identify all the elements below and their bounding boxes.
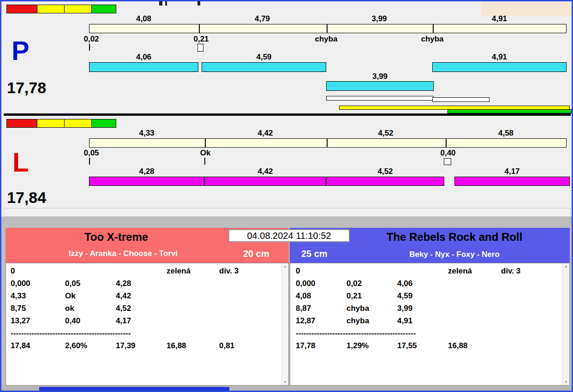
run-p-total-time: 17,78: [7, 79, 46, 97]
p-green-bar: [448, 109, 572, 113]
p-event-label: 0,02: [78, 35, 105, 44]
bottom-progress-bar: [39, 387, 229, 391]
p-time-bar: [202, 62, 326, 72]
tick-mark: [204, 158, 205, 165]
scrollbar[interactable]: ▲ ▼: [281, 263, 288, 385]
total-cell: 1,29%: [346, 341, 369, 350]
split-divider: [327, 24, 328, 33]
p-time-bar: [432, 62, 567, 72]
top-edge-mark: [159, 1, 162, 6]
result-cell: 4,08: [296, 291, 311, 301]
result-cell: 0,02: [346, 279, 362, 288]
indicator-yellow-segment: [65, 5, 92, 13]
result-cell: 4,59: [397, 291, 412, 301]
p-event-label: 0,21: [187, 35, 215, 44]
team-left-members: Izzy - Aranka - Choose - Torvi: [6, 249, 241, 258]
indicator-green-segment: [92, 5, 116, 13]
indicator-red-segment: [7, 5, 37, 13]
indicator-green-segment: [92, 119, 116, 127]
division-label: div. 3: [501, 267, 520, 276]
l-segment-time: 4,52: [326, 129, 445, 138]
l-event-label: 0,05: [78, 148, 105, 158]
result-cell: 12,87: [296, 316, 316, 326]
status-indicator-p: [6, 5, 116, 13]
indicator-yellow-segment: [65, 119, 92, 127]
scroll-down-icon[interactable]: ▼: [283, 380, 287, 384]
division-label: div. 3: [219, 267, 239, 276]
team-left-name: Too X-treme: [6, 231, 227, 244]
split-divider: [327, 139, 328, 147]
p-split-bar: [89, 24, 567, 33]
section-divider: [4, 113, 571, 116]
result-cell: ok: [65, 304, 74, 313]
scroll-up-icon[interactable]: ▲: [564, 264, 568, 268]
result-cell: 4,06: [397, 279, 412, 288]
l-bar-time: 4,42: [204, 167, 326, 176]
indicator-yellow-segment: [37, 5, 65, 13]
total-cell: 17,84: [11, 341, 30, 350]
marker-box: [444, 158, 451, 165]
result-cell: 4,91: [397, 316, 412, 326]
team-right-height: 25 cm: [301, 249, 328, 259]
separator-line: ----------------------------------------…: [11, 329, 131, 338]
timestamp-display: 04.08.2024 11:10:52: [228, 229, 350, 242]
p-outline-bar: [326, 96, 434, 101]
result-cell: 4,17: [116, 316, 131, 326]
p-event-label: chyba: [309, 35, 343, 44]
p-segment-time: 4,08: [89, 14, 198, 24]
total-cell: 16,88: [448, 341, 468, 350]
p-segment-time: 3,99: [326, 14, 432, 24]
run-p-letter: P: [12, 37, 30, 64]
p-segment-time: 4,91: [432, 14, 567, 24]
l-split-bar: [89, 138, 567, 148]
team-right-name: The Rebels Rock and Roll: [341, 231, 567, 244]
total-cell: 17,78: [296, 341, 316, 350]
category-label: zelená: [167, 267, 191, 276]
scroll-up-icon[interactable]: ▲: [283, 264, 287, 268]
l-segment-time: 4,42: [204, 129, 326, 138]
split-divider: [446, 139, 447, 147]
result-cell: chyba: [346, 304, 369, 313]
result-cell: 8,87: [296, 304, 311, 313]
result-cell: 0,000: [11, 279, 30, 288]
l-event-label: 0,40: [434, 148, 462, 158]
status-indicator-l: [6, 119, 116, 128]
l-time-bar: [89, 177, 204, 186]
category-label: zelená: [448, 267, 472, 276]
result-cell: 4,33: [11, 291, 26, 301]
result-cell: 0,40: [65, 316, 80, 326]
run-l-letter: L: [12, 149, 29, 176]
penalty-count: 0: [296, 267, 300, 276]
top-edge-mark: [165, 1, 167, 6]
split-divider: [433, 24, 434, 33]
team-right-results-panel: 0 zelená div. 3 0,000 0,02 4,06 4,08 0,2…: [290, 263, 570, 386]
run-l-total-time: 17,84: [7, 189, 46, 207]
penalty-count: 0: [11, 267, 15, 276]
result-cell: 4,52: [116, 304, 131, 313]
team-right-members: Beky - Nyx - Foxy - Nero: [341, 250, 567, 259]
result-cell: 8,75: [11, 304, 26, 313]
team-left-results-panel: 0 zelená div. 3 0,000 0,05 4,28 4,33 Ok …: [6, 263, 289, 386]
total-cell: 16,88: [167, 341, 186, 350]
split-divider: [199, 24, 200, 33]
result-cell: chyba: [346, 316, 369, 326]
scrollbar[interactable]: ▲ ▼: [562, 263, 569, 385]
total-cell: 0,81: [219, 341, 234, 350]
p-bar-time: 4,91: [432, 53, 567, 62]
scroll-down-icon[interactable]: ▼: [564, 380, 568, 384]
result-cell: 0,21: [346, 291, 362, 301]
l-time-bar: [326, 177, 444, 186]
split-divider: [205, 139, 206, 147]
p-outline-bar: [432, 97, 489, 102]
p-bar-time: 4,06: [89, 53, 198, 62]
total-cell: 17,39: [116, 341, 136, 350]
l-bar-time: 4,17: [454, 167, 570, 176]
p-bar-time: 3,99: [326, 72, 434, 81]
result-cell: 4,28: [116, 279, 131, 288]
empty-status-row: [4, 208, 571, 217]
top-edge-mark: [197, 1, 200, 6]
result-cell: 0,05: [65, 279, 80, 288]
l-time-bar: [204, 177, 326, 186]
indicator-yellow-segment: [37, 119, 65, 127]
l-event-label: Ok: [191, 148, 219, 158]
